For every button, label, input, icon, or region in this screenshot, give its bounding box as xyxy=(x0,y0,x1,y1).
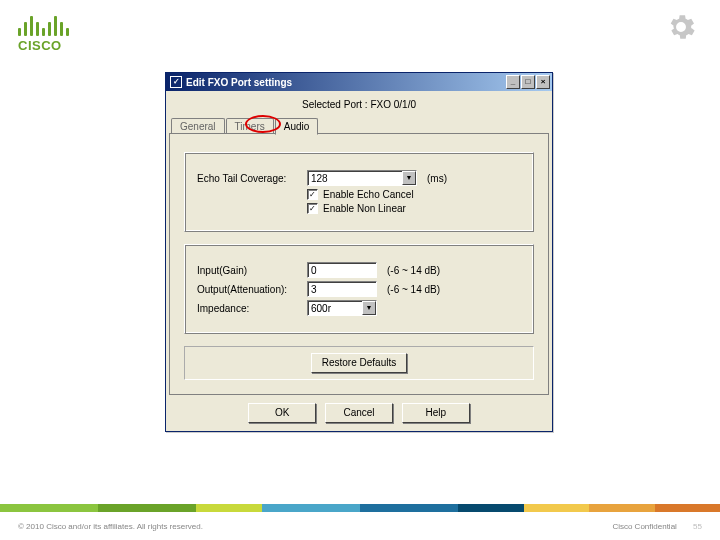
footer: © 2010 Cisco and/or its affiliates. All … xyxy=(0,512,720,540)
cisco-logo: CISCO xyxy=(18,14,69,53)
enable-non-linear-label: Enable Non Linear xyxy=(323,203,406,214)
selected-port-label: Selected Port : FXO 0/1/0 xyxy=(169,99,549,110)
page-number: 55 xyxy=(693,522,702,531)
enable-echo-cancel-label: Enable Echo Cancel xyxy=(323,189,414,200)
selected-port-value: FXO 0/1/0 xyxy=(370,99,416,110)
tab-audio[interactable]: Audio xyxy=(275,118,319,135)
echo-tail-select[interactable]: 128 ▼ xyxy=(307,170,417,186)
input-gain-field[interactable] xyxy=(307,262,377,278)
gear-icon xyxy=(664,10,698,44)
minimize-button[interactable]: _ xyxy=(506,75,520,89)
input-gain-range: (-6 ~ 14 dB) xyxy=(387,265,440,276)
footer-color-bar xyxy=(0,504,720,512)
maximize-button[interactable]: □ xyxy=(521,75,535,89)
chevron-down-icon: ▼ xyxy=(402,171,416,185)
echo-groupbox: Echo Tail Coverage: 128 ▼ (ms) ✓ Enable … xyxy=(184,152,534,232)
enable-echo-cancel-checkbox[interactable]: ✓ xyxy=(307,189,318,200)
window-title: Edit FXO Port settings xyxy=(186,77,505,88)
titlebar[interactable]: ✓ Edit FXO Port settings _ □ × xyxy=(166,73,552,91)
close-button[interactable]: × xyxy=(536,75,550,89)
output-attenuation-field[interactable] xyxy=(307,281,377,297)
impedance-select[interactable]: 600r ▼ xyxy=(307,300,377,316)
output-attenuation-range: (-6 ~ 14 dB) xyxy=(387,284,440,295)
cancel-button[interactable]: Cancel xyxy=(325,403,393,423)
confidential-text: Cisco Confidential xyxy=(612,522,676,531)
tab-panel-audio: Echo Tail Coverage: 128 ▼ (ms) ✓ Enable … xyxy=(169,133,549,395)
tab-general[interactable]: General xyxy=(171,118,225,134)
echo-tail-label: Echo Tail Coverage: xyxy=(197,173,307,184)
ok-button[interactable]: OK xyxy=(248,403,316,423)
enable-non-linear-checkbox[interactable]: ✓ xyxy=(307,203,318,214)
output-attenuation-label: Output(Attenuation): xyxy=(197,284,307,295)
restore-box: Restore Defaults xyxy=(184,346,534,380)
tab-strip: General Timers Audio xyxy=(169,118,549,134)
cisco-logo-bars xyxy=(18,14,69,36)
copyright-text: © 2010 Cisco and/or its affiliates. All … xyxy=(18,522,203,531)
impedance-label: Impedance: xyxy=(197,303,307,314)
input-gain-label: Input(Gain) xyxy=(197,265,307,276)
gain-groupbox: Input(Gain) (-6 ~ 14 dB) Output(Attenuat… xyxy=(184,244,534,334)
chevron-down-icon: ▼ xyxy=(362,301,376,315)
restore-defaults-button[interactable]: Restore Defaults xyxy=(311,353,407,373)
edit-fxo-port-dialog: ✓ Edit FXO Port settings _ □ × Selected … xyxy=(165,72,553,432)
help-button[interactable]: Help xyxy=(402,403,470,423)
highlight-circle xyxy=(245,115,281,133)
cisco-logo-text: CISCO xyxy=(18,38,69,53)
echo-tail-unit: (ms) xyxy=(427,173,447,184)
app-icon: ✓ xyxy=(170,76,182,88)
